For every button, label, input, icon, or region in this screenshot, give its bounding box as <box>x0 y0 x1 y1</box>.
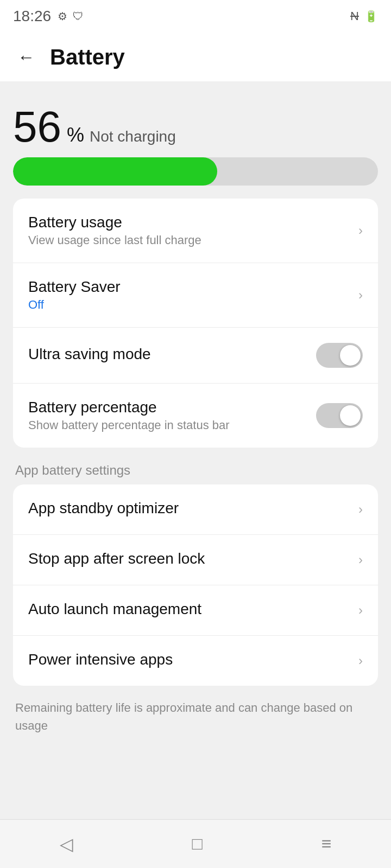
nfc-icon: N <box>350 9 359 23</box>
battery-percentage-toggle[interactable] <box>316 403 363 428</box>
content-area: 56 % Not charging Battery usage View usa… <box>0 81 391 748</box>
ultra-saving-toggle[interactable] <box>316 343 363 368</box>
app-standby-optimizer-chevron: › <box>358 502 363 517</box>
power-intensive-item[interactable]: Power intensive apps › <box>13 636 378 686</box>
battery-percent-row: 56 % Not charging <box>13 105 378 149</box>
footer-note: Remaining battery life is approximate an… <box>13 686 378 748</box>
battery-section: 56 % Not charging <box>13 94 378 199</box>
nav-back-button[interactable]: ◁ <box>45 827 89 861</box>
ultra-saving-title: Ultra saving mode <box>28 346 316 363</box>
status-right-icons: N 🔋 <box>350 9 378 23</box>
battery-bar-fill <box>13 157 217 186</box>
battery-saver-status: Off <box>28 298 350 312</box>
power-intensive-title: Power intensive apps <box>28 651 173 668</box>
battery-usage-subtitle: View usage since last full charge <box>28 233 350 247</box>
app-battery-settings-card: App standby optimizer › Stop app after s… <box>13 484 378 686</box>
battery-usage-title: Battery usage <box>28 214 350 231</box>
battery-saver-title: Battery Saver <box>28 278 350 296</box>
battery-saver-left: Battery Saver Off <box>28 278 350 312</box>
status-left-icons: ⚙ 🛡 <box>58 10 84 23</box>
status-time: 18:26 <box>13 8 51 25</box>
app-standby-optimizer-item[interactable]: App standby optimizer › <box>13 484 378 535</box>
back-button[interactable]: ← <box>13 44 39 70</box>
ultra-saving-left: Ultra saving mode <box>28 346 316 365</box>
ultra-saving-item[interactable]: Ultra saving mode <box>13 328 378 384</box>
nav-menu-button[interactable]: ≡ <box>306 827 347 860</box>
auto-launch-title: Auto launch management <box>28 601 201 618</box>
status-left: 18:26 ⚙ 🛡 <box>13 8 84 25</box>
battery-status-text: Not charging <box>90 128 176 145</box>
battery-bar-background <box>13 157 378 186</box>
battery-icon: 🔋 <box>364 10 378 23</box>
stop-app-item[interactable]: Stop app after screen lock › <box>13 535 378 585</box>
stop-app-title: Stop app after screen lock <box>28 550 205 567</box>
battery-percentage-item[interactable]: Battery percentage Show battery percenta… <box>13 384 378 448</box>
bottom-nav: ◁ □ ≡ <box>0 819 391 868</box>
battery-percentage-title: Battery percentage <box>28 399 316 416</box>
main-settings-card: Battery usage View usage since last full… <box>13 199 378 448</box>
auto-launch-item[interactable]: Auto launch management › <box>13 585 378 636</box>
battery-saver-chevron: › <box>358 288 363 303</box>
battery-percentage-subtitle: Show battery percentage in status bar <box>28 418 316 432</box>
battery-usage-chevron: › <box>358 223 363 238</box>
battery-usage-item[interactable]: Battery usage View usage since last full… <box>13 199 378 263</box>
status-bar: 18:26 ⚙ 🛡 N 🔋 <box>0 0 391 33</box>
battery-usage-left: Battery usage View usage since last full… <box>28 214 350 247</box>
stop-app-chevron: › <box>358 552 363 567</box>
shield-icon: 🛡 <box>73 10 84 23</box>
nav-home-button[interactable]: □ <box>177 827 218 860</box>
app-battery-section-label: App battery settings <box>13 448 378 484</box>
battery-saver-item[interactable]: Battery Saver Off › <box>13 263 378 328</box>
auto-launch-chevron: › <box>358 603 363 618</box>
battery-percent-number: 56 <box>13 105 61 149</box>
app-bar: ← Battery <box>0 33 391 81</box>
gear-icon: ⚙ <box>58 10 67 23</box>
power-intensive-chevron: › <box>358 653 363 668</box>
battery-percentage-left: Battery percentage Show battery percenta… <box>28 399 316 432</box>
page-title: Battery <box>50 45 125 69</box>
app-standby-optimizer-title: App standby optimizer <box>28 500 179 517</box>
battery-percent-symbol: % <box>67 124 84 146</box>
